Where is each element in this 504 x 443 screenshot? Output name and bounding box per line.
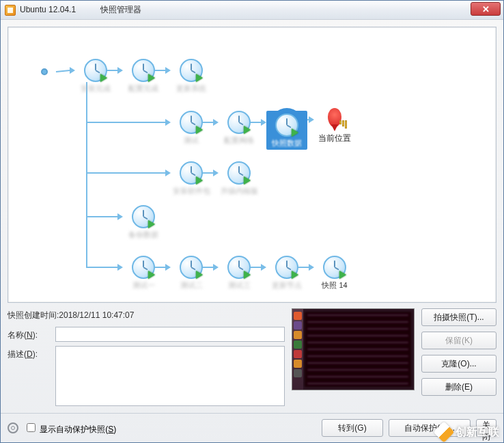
snapshot-label: 更新节点 [266, 280, 307, 291]
snapshot-label: 备份数据 [123, 230, 164, 240]
svg-marker-23 [261, 264, 266, 271]
name-input[interactable] [55, 327, 285, 342]
clock-icon [84, 59, 107, 82]
svg-marker-12 [309, 116, 314, 123]
svg-marker-21 [213, 264, 219, 271]
clock-icon [323, 256, 346, 279]
clock-icon [227, 111, 251, 134]
svg-marker-13 [165, 170, 171, 176]
snapshot-node[interactable]: 快照 14 [314, 256, 355, 291]
clock-icon [180, 111, 203, 134]
gear-icon[interactable] [8, 422, 18, 433]
svg-marker-10 [261, 119, 266, 126]
action-buttons: 拍摄快照(T)... 保留(K) 克隆(O)... 删除(E) [421, 308, 496, 406]
take-snapshot-button[interactable]: 拍摄快照(T)... [421, 308, 496, 326]
svg-marker-8 [213, 119, 219, 126]
clock-icon [275, 113, 298, 137]
snapshot-label: 快照数据 [266, 138, 307, 148]
snapshot-node[interactable]: 安装软件包 [171, 161, 212, 196]
snapshot-node[interactable]: 测试三 [219, 256, 260, 291]
close-button[interactable]: ✕ [471, 2, 501, 16]
snapshot-label: 测试三 [219, 280, 260, 291]
snapshot-label: 测试 [171, 135, 212, 146]
snapshot-node[interactable]: 测试二 [171, 256, 212, 291]
bottom-bar: 显示自动保护快照(S) 转到(G) 自动保护(A)... 关闭 [1, 413, 503, 442]
show-autoprotect-checkbox[interactable] [27, 423, 36, 432]
creation-time-label: 快照创建时间: [8, 310, 59, 320]
snapshot-label: 安装完成 [75, 83, 116, 94]
snapshot-label: 升级内核版 [219, 186, 260, 196]
svg-marker-5 [165, 67, 171, 74]
creation-time-line: 快照创建时间:2018/12/11 10:47:07 [8, 308, 285, 323]
svg-marker-1 [70, 67, 75, 74]
snapshot-label: 测试一 [123, 280, 164, 291]
svg-marker-19 [165, 264, 171, 271]
svg-marker-25 [309, 264, 314, 271]
autoprotect-button[interactable]: 自动保护(A)... [389, 419, 471, 437]
snapshot-node[interactable]: 更新系统 [171, 59, 212, 94]
snapshot-node[interactable]: 更新节点 [266, 256, 307, 291]
svg-marker-6 [165, 119, 171, 126]
clock-icon [180, 59, 203, 82]
snapshot-manager-window: Ubuntu 12.04.1 快照管理器 ✕ 安装完成配置完成更新系统测试配置网… [0, 0, 504, 443]
clock-icon [180, 161, 203, 185]
clock-icon [227, 161, 251, 185]
clock-icon [227, 256, 251, 279]
clock-icon [132, 205, 155, 228]
snapshot-node[interactable]: 快照数据 [266, 111, 307, 150]
svg-marker-15 [213, 170, 219, 176]
app-icon [5, 5, 16, 16]
svg-marker-16 [117, 213, 123, 220]
svg-line-0 [56, 70, 70, 72]
creation-time-value: 2018/12/11 10:47:07 [59, 310, 134, 320]
snapshot-tree-canvas: 安装完成配置完成更新系统测试配置网络快照数据当前位置安装软件包升级内核版备份数据… [8, 27, 496, 302]
delete-button[interactable]: 删除(E) [421, 378, 496, 396]
close-dialog-button[interactable]: 关闭 [476, 419, 496, 437]
snapshot-tree-panel[interactable]: 安装完成配置完成更新系统测试配置网络快照数据当前位置安装软件包升级内核版备份数据… [8, 27, 496, 303]
snapshot-label: 测试二 [171, 280, 212, 291]
clock-icon [180, 256, 203, 279]
clock-icon [132, 59, 155, 82]
description-input[interactable] [55, 346, 285, 406]
thumbnail-terminal [305, 312, 411, 387]
snapshot-label: 配置完成 [123, 83, 164, 94]
name-label: 名称(N): [8, 327, 48, 341]
snapshot-node[interactable]: 升级内核版 [219, 161, 260, 196]
detail-form: 快照创建时间:2018/12/11 10:47:07 名称(N): 描述(D): [8, 308, 285, 406]
titlebar[interactable]: Ubuntu 12.04.1 快照管理器 ✕ [1, 1, 503, 20]
pin-icon [328, 108, 341, 127]
snapshot-node[interactable]: 配置网络 [219, 111, 260, 146]
window-title: Ubuntu 12.04.1 快照管理器 [20, 4, 141, 16]
show-autoprotect-checkbox-label[interactable]: 显示自动保护快照(S) [24, 421, 116, 435]
clock-icon [132, 256, 155, 279]
svg-marker-3 [117, 67, 123, 74]
snapshot-node[interactable]: 配置完成 [123, 59, 164, 94]
content-area: 安装完成配置完成更新系统测试配置网络快照数据当前位置安装软件包升级内核版备份数据… [1, 20, 503, 413]
snapshot-thumbnail [292, 308, 415, 390]
description-label: 描述(D): [8, 346, 48, 360]
root-node[interactable] [41, 68, 48, 75]
snapshot-label: 更新系统 [171, 83, 212, 94]
current-position-marker[interactable]: 当前位置 [314, 108, 355, 144]
current-position-label: 当前位置 [314, 133, 355, 144]
clock-icon [275, 256, 298, 279]
detail-area: 快照创建时间:2018/12/11 10:47:07 名称(N): 描述(D): [8, 308, 496, 406]
svg-marker-17 [117, 264, 123, 271]
snapshot-label: 安装软件包 [171, 186, 212, 196]
keep-button[interactable]: 保留(K) [421, 332, 496, 349]
snapshot-label: 配置网络 [219, 135, 260, 146]
thumbnail-launcher [292, 309, 303, 390]
clone-button[interactable]: 克隆(O)... [421, 355, 496, 373]
goto-button[interactable]: 转到(G) [322, 419, 383, 437]
snapshot-node[interactable]: 安装完成 [75, 59, 116, 94]
snapshot-label: 快照 14 [314, 280, 355, 291]
snapshot-node[interactable]: 备份数据 [123, 205, 164, 240]
snapshot-node[interactable]: 测试 [171, 111, 212, 146]
snapshot-node[interactable]: 测试一 [123, 256, 164, 291]
